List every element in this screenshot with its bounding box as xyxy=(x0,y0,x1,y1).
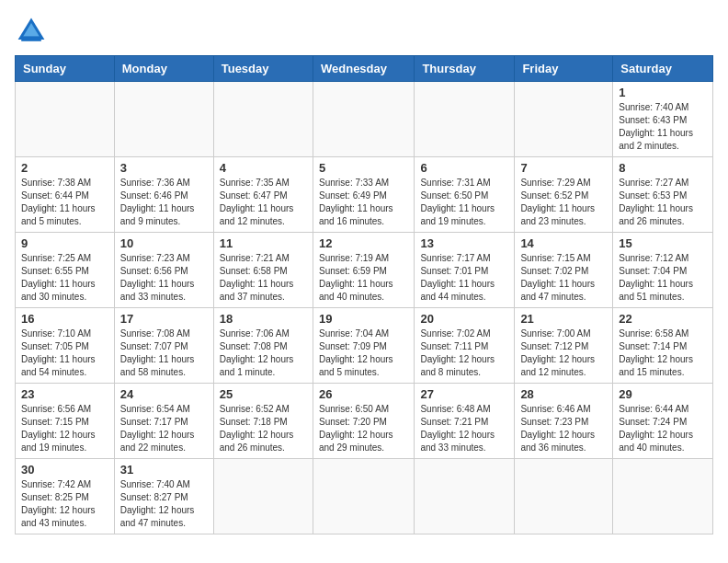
day-info: Sunrise: 7:12 AM Sunset: 7:04 PM Dayligh… xyxy=(619,252,707,304)
day-number: 3 xyxy=(120,161,208,175)
day-number: 25 xyxy=(220,387,307,401)
calendar-week-5: 30Sunrise: 7:42 AM Sunset: 8:25 PM Dayli… xyxy=(16,459,713,534)
calendar-cell: 9Sunrise: 7:25 AM Sunset: 6:55 PM Daylig… xyxy=(16,233,115,308)
calendar-cell: 29Sunrise: 6:44 AM Sunset: 7:24 PM Dayli… xyxy=(613,384,713,459)
day-number: 4 xyxy=(220,161,307,175)
day-info: Sunrise: 7:36 AM Sunset: 6:46 PM Dayligh… xyxy=(120,177,208,228)
day-number: 26 xyxy=(319,387,408,401)
day-info: Sunrise: 6:56 AM Sunset: 7:15 PM Dayligh… xyxy=(21,403,108,454)
calendar-cell: 3Sunrise: 7:36 AM Sunset: 6:46 PM Daylig… xyxy=(114,157,213,233)
day-number: 14 xyxy=(520,236,607,250)
calendar-cell: 12Sunrise: 7:19 AM Sunset: 6:59 PM Dayli… xyxy=(313,233,414,308)
day-info: Sunrise: 7:40 AM Sunset: 6:43 PM Dayligh… xyxy=(619,101,707,153)
calendar-cell: 6Sunrise: 7:31 AM Sunset: 6:50 PM Daylig… xyxy=(415,157,515,233)
calendar-cell: 22Sunrise: 6:58 AM Sunset: 7:14 PM Dayli… xyxy=(613,308,713,384)
calendar-cell: 23Sunrise: 6:56 AM Sunset: 7:15 PM Dayli… xyxy=(16,384,115,459)
day-number: 12 xyxy=(319,236,408,250)
day-number: 30 xyxy=(21,463,108,477)
day-info: Sunrise: 7:40 AM Sunset: 8:27 PM Dayligh… xyxy=(120,478,208,530)
day-info: Sunrise: 6:58 AM Sunset: 7:14 PM Dayligh… xyxy=(619,327,707,379)
calendar-cell: 26Sunrise: 6:50 AM Sunset: 7:20 PM Dayli… xyxy=(313,384,414,459)
calendar-cell: 21Sunrise: 7:00 AM Sunset: 7:12 PM Dayli… xyxy=(515,308,613,384)
weekday-header-saturday: Saturday xyxy=(613,56,713,82)
day-number: 16 xyxy=(21,312,108,326)
calendar-cell xyxy=(213,459,313,534)
calendar-cell: 8Sunrise: 7:27 AM Sunset: 6:53 PM Daylig… xyxy=(613,157,713,233)
day-info: Sunrise: 7:29 AM Sunset: 6:52 PM Dayligh… xyxy=(520,177,607,228)
calendar-cell xyxy=(114,82,213,157)
weekday-header-friday: Friday xyxy=(515,56,613,82)
day-info: Sunrise: 6:52 AM Sunset: 7:18 PM Dayligh… xyxy=(220,403,307,454)
calendar-cell: 15Sunrise: 7:12 AM Sunset: 7:04 PM Dayli… xyxy=(613,233,713,308)
day-info: Sunrise: 7:10 AM Sunset: 7:05 PM Dayligh… xyxy=(21,327,108,379)
day-info: Sunrise: 7:00 AM Sunset: 7:12 PM Dayligh… xyxy=(520,327,607,379)
calendar-cell: 7Sunrise: 7:29 AM Sunset: 6:52 PM Daylig… xyxy=(515,157,613,233)
day-info: Sunrise: 6:54 AM Sunset: 7:17 PM Dayligh… xyxy=(120,403,208,454)
day-info: Sunrise: 7:27 AM Sunset: 6:53 PM Dayligh… xyxy=(619,177,707,228)
calendar-cell: 27Sunrise: 6:48 AM Sunset: 7:21 PM Dayli… xyxy=(415,384,515,459)
calendar-cell xyxy=(613,459,713,534)
calendar-cell: 5Sunrise: 7:33 AM Sunset: 6:49 PM Daylig… xyxy=(313,157,414,233)
day-number: 10 xyxy=(120,236,208,250)
day-info: Sunrise: 7:31 AM Sunset: 6:50 PM Dayligh… xyxy=(420,177,508,228)
calendar-cell: 28Sunrise: 6:46 AM Sunset: 7:23 PM Dayli… xyxy=(515,384,613,459)
day-info: Sunrise: 7:17 AM Sunset: 7:01 PM Dayligh… xyxy=(420,252,508,304)
calendar-cell xyxy=(415,459,515,534)
logo xyxy=(15,15,51,48)
day-info: Sunrise: 7:38 AM Sunset: 6:44 PM Dayligh… xyxy=(21,177,108,228)
day-info: Sunrise: 7:15 AM Sunset: 7:02 PM Dayligh… xyxy=(520,252,607,304)
day-info: Sunrise: 7:25 AM Sunset: 6:55 PM Dayligh… xyxy=(21,252,108,304)
day-number: 28 xyxy=(520,387,607,401)
calendar-cell xyxy=(515,82,613,157)
day-number: 20 xyxy=(420,312,508,326)
day-info: Sunrise: 7:19 AM Sunset: 6:59 PM Dayligh… xyxy=(319,252,408,304)
logo-icon xyxy=(15,15,48,48)
calendar-cell: 2Sunrise: 7:38 AM Sunset: 6:44 PM Daylig… xyxy=(16,157,115,233)
day-number: 2 xyxy=(21,161,108,175)
day-number: 19 xyxy=(319,312,408,326)
calendar-cell: 11Sunrise: 7:21 AM Sunset: 6:58 PM Dayli… xyxy=(213,233,313,308)
day-info: Sunrise: 6:44 AM Sunset: 7:24 PM Dayligh… xyxy=(619,403,707,454)
day-info: Sunrise: 7:21 AM Sunset: 6:58 PM Dayligh… xyxy=(220,252,307,304)
calendar-cell: 14Sunrise: 7:15 AM Sunset: 7:02 PM Dayli… xyxy=(515,233,613,308)
calendar-cell: 20Sunrise: 7:02 AM Sunset: 7:11 PM Dayli… xyxy=(415,308,515,384)
day-info: Sunrise: 7:23 AM Sunset: 6:56 PM Dayligh… xyxy=(120,252,208,304)
day-number: 23 xyxy=(21,387,108,401)
calendar: SundayMondayTuesdayWednesdayThursdayFrid… xyxy=(15,55,713,534)
day-number: 31 xyxy=(120,463,208,477)
day-number: 6 xyxy=(420,161,508,175)
weekday-header-sunday: Sunday xyxy=(16,56,115,82)
day-info: Sunrise: 7:06 AM Sunset: 7:08 PM Dayligh… xyxy=(220,327,307,379)
day-info: Sunrise: 6:46 AM Sunset: 7:23 PM Dayligh… xyxy=(520,403,607,454)
calendar-week-4: 23Sunrise: 6:56 AM Sunset: 7:15 PM Dayli… xyxy=(16,384,713,459)
weekday-header-wednesday: Wednesday xyxy=(313,56,414,82)
day-number: 21 xyxy=(520,312,607,326)
calendar-cell: 10Sunrise: 7:23 AM Sunset: 6:56 PM Dayli… xyxy=(114,233,213,308)
day-number: 8 xyxy=(619,161,707,175)
day-number: 5 xyxy=(319,161,408,175)
day-number: 29 xyxy=(619,387,707,401)
day-info: Sunrise: 7:02 AM Sunset: 7:11 PM Dayligh… xyxy=(420,327,508,379)
day-info: Sunrise: 7:42 AM Sunset: 8:25 PM Dayligh… xyxy=(21,478,108,530)
day-number: 24 xyxy=(120,387,208,401)
day-info: Sunrise: 7:35 AM Sunset: 6:47 PM Dayligh… xyxy=(220,177,307,228)
calendar-cell: 30Sunrise: 7:42 AM Sunset: 8:25 PM Dayli… xyxy=(16,459,115,534)
day-number: 18 xyxy=(220,312,307,326)
weekday-header-thursday: Thursday xyxy=(415,56,515,82)
calendar-cell xyxy=(415,82,515,157)
calendar-week-2: 9Sunrise: 7:25 AM Sunset: 6:55 PM Daylig… xyxy=(16,233,713,308)
calendar-cell: 24Sunrise: 6:54 AM Sunset: 7:17 PM Dayli… xyxy=(114,384,213,459)
day-number: 17 xyxy=(120,312,208,326)
weekday-header-monday: Monday xyxy=(114,56,213,82)
day-number: 11 xyxy=(220,236,307,250)
day-number: 22 xyxy=(619,312,707,326)
calendar-cell: 1Sunrise: 7:40 AM Sunset: 6:43 PM Daylig… xyxy=(613,82,713,157)
calendar-cell: 13Sunrise: 7:17 AM Sunset: 7:01 PM Dayli… xyxy=(415,233,515,308)
calendar-cell xyxy=(16,82,115,157)
calendar-cell: 31Sunrise: 7:40 AM Sunset: 8:27 PM Dayli… xyxy=(114,459,213,534)
day-number: 13 xyxy=(420,236,508,250)
day-info: Sunrise: 7:08 AM Sunset: 7:07 PM Dayligh… xyxy=(120,327,208,379)
calendar-cell xyxy=(515,459,613,534)
page-header xyxy=(15,15,713,48)
svg-rect-2 xyxy=(21,36,41,40)
